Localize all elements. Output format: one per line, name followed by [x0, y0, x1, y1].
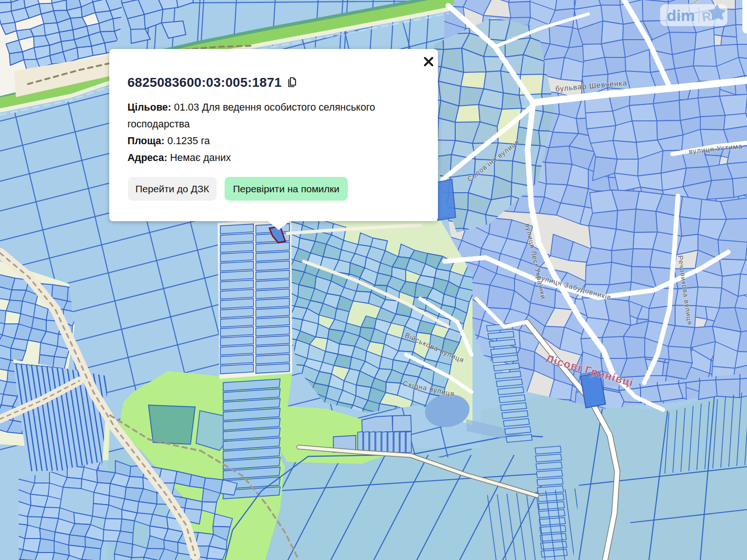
- svg-text:dim: dim: [667, 7, 695, 24]
